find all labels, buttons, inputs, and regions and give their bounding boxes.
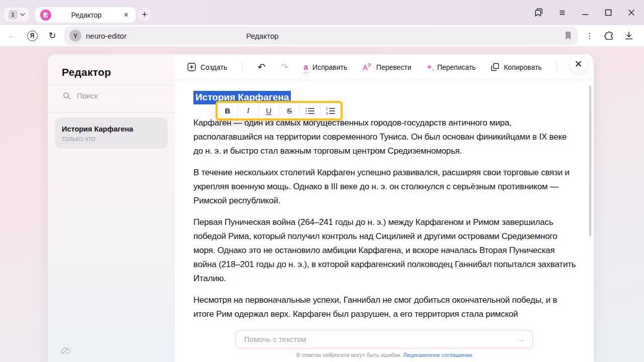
bold-button[interactable]: B <box>218 103 238 118</box>
tab-close-icon[interactable]: × <box>122 11 131 20</box>
bookmark-icon[interactable] <box>565 31 572 40</box>
editor-app-icon <box>40 10 51 21</box>
bullet-list-button[interactable] <box>300 103 320 118</box>
divider <box>48 112 175 113</box>
sidebar: Редактор История Карфагена только что <box>48 54 175 362</box>
tab-group-chip[interactable]: 1 <box>4 8 29 22</box>
redo-icon[interactable]: ↷ <box>280 61 288 73</box>
numbered-list-button[interactable]: 12 <box>320 103 341 118</box>
undo-icon[interactable]: ↶ <box>258 61 266 73</box>
back-icon[interactable]: ← <box>6 30 18 42</box>
strikethrough-button[interactable]: S <box>279 103 299 118</box>
toolbar-separator <box>242 62 243 72</box>
rewrite-button[interactable]: ✦✧ Переписать <box>426 63 476 72</box>
disclaimer-text: В ответах нейросети могут быть ошибки. <box>296 352 401 358</box>
sidebar-document-item[interactable]: История Карфагена только что <box>55 117 168 149</box>
browser-menu-icon[interactable]: ≡ <box>557 7 568 18</box>
scrollbar-thumb[interactable] <box>589 85 591 236</box>
fix-text-button[interactable]: a Исправить <box>303 63 347 72</box>
side-panels-icon[interactable] <box>533 7 545 18</box>
close-editor-button[interactable]: ✕ <box>570 55 587 73</box>
toolbar-separator <box>557 62 557 72</box>
svg-text:2: 2 <box>326 111 328 114</box>
ai-prompt-area: → В ответах нейросети могут быть ошибки.… <box>234 330 535 358</box>
editor-panel: Редактор История Карфагена только что <box>48 54 594 362</box>
url-host: neuro-editor <box>86 32 127 40</box>
search-input[interactable] <box>77 91 152 100</box>
editor-main: Создать ↶ ↷ a Исправить Перевести <box>175 54 594 362</box>
extensions-icon[interactable] <box>604 31 614 41</box>
underline-button[interactable]: U <box>259 103 279 118</box>
window-close-button[interactable] <box>626 7 637 18</box>
browser-tab[interactable]: Редактор × <box>35 7 136 23</box>
send-icon[interactable]: → <box>516 334 525 345</box>
create-button[interactable]: Создать <box>187 63 227 71</box>
tab-title: Редактор <box>51 11 122 19</box>
chevron-down-icon <box>20 13 25 16</box>
url-page-title: Редактор <box>246 32 279 40</box>
document-editor[interactable]: История Карфагена B I U S <box>175 80 594 321</box>
window-maximize-button[interactable] <box>603 7 614 18</box>
paragraph[interactable]: Первая Пуническая война (264–241 годы до… <box>193 215 578 286</box>
create-plus-icon <box>187 63 196 71</box>
tab-group-count: 1 <box>9 10 18 19</box>
app-title: Редактор <box>62 66 175 78</box>
editor-toolbar: Создать ↶ ↷ a Исправить Перевести <box>175 54 594 80</box>
copy-icon <box>491 63 499 71</box>
sidebar-search[interactable] <box>48 85 175 106</box>
spellcheck-icon: a <box>303 63 308 72</box>
browser-window: 1 Редактор × + ≡ <box>0 0 644 362</box>
document-item-timestamp: только что <box>62 137 161 142</box>
window-controls: ≡ <box>533 0 644 25</box>
paragraph[interactable]: В течение нескольких столетий Карфаген у… <box>193 166 578 208</box>
sparkles-icon: ✦✧ <box>426 63 433 72</box>
paragraph[interactable]: Несмотря на первоначальные успехи, Ганни… <box>193 293 578 321</box>
yandex-home-icon[interactable]: Я <box>26 30 38 42</box>
translate-icon <box>362 63 372 71</box>
copy-button[interactable]: Копировать <box>491 63 542 71</box>
paragraph[interactable]: Карфаген — один из самых могущественных … <box>193 116 578 158</box>
format-toolbar: B I U S 12 <box>216 101 343 120</box>
ai-prompt-input[interactable] <box>244 335 516 343</box>
italic-button[interactable]: I <box>238 103 258 118</box>
address-bar: ← Я ↻ Y neuro-editor Редактор ⋮ <box>0 25 644 46</box>
window-minimize-button[interactable] <box>580 7 591 18</box>
translate-button[interactable]: Перевести <box>362 63 411 71</box>
svg-text:1: 1 <box>326 107 328 110</box>
downloads-icon[interactable] <box>624 31 633 40</box>
cloud-off-icon <box>61 347 70 355</box>
search-icon <box>63 92 71 100</box>
disclaimer: В ответах нейросети могут быть ошибки. Л… <box>234 352 535 358</box>
ai-prompt-field[interactable]: → <box>236 330 533 348</box>
more-options-icon[interactable]: ⋮ <box>586 31 594 41</box>
site-favicon: Y <box>69 30 81 42</box>
document-item-title: История Карфагена <box>62 125 161 133</box>
page-background: Редактор История Карфагена только что <box>0 46 644 362</box>
license-link[interactable]: Лицензионное соглашение <box>403 352 472 358</box>
tab-strip: 1 Редактор × + ≡ <box>0 0 644 25</box>
address-bar-actions: ⋮ <box>586 31 633 41</box>
refresh-icon[interactable]: ↻ <box>46 30 58 42</box>
url-field[interactable]: Y neuro-editor Редактор <box>64 27 578 45</box>
new-tab-button[interactable]: + <box>138 8 151 22</box>
